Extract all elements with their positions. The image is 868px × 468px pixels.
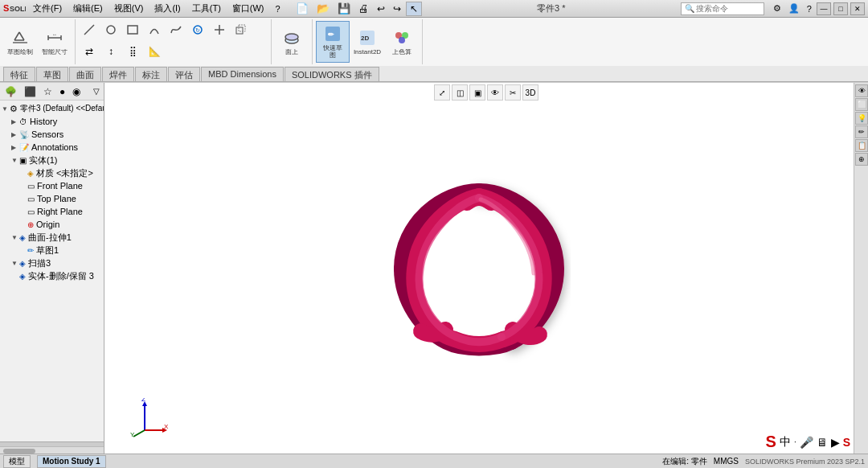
menu-edit[interactable]: 编辑(E) [69, 2, 107, 15]
rect-btn[interactable] [122, 19, 143, 40]
display-style-btn[interactable]: ▣ [469, 84, 485, 101]
trim-btn[interactable] [209, 19, 230, 40]
new-icon[interactable]: 📄 [293, 1, 312, 16]
play-icon[interactable]: ▶ [831, 436, 840, 449]
hide-show-btn[interactable]: 👁 [487, 84, 503, 101]
circle-btn[interactable] [100, 19, 121, 40]
open-icon[interactable]: 📂 [313, 1, 333, 16]
tree-item-solids[interactable]: ▼ ▣ 实体(1) [0, 154, 104, 166]
close-button[interactable]: ✕ [850, 2, 865, 15]
tree-item-delete-body[interactable]: ▶ ◈ 实体-删除/保留 3 [0, 269, 104, 282]
menu-tools[interactable]: 工具(T) [188, 2, 225, 15]
tree-item-root[interactable]: ▼ ⚙ 零件3 (Default) <<Default>_[ [0, 102, 104, 115]
tab-features[interactable]: 特征 [3, 67, 35, 81]
view-orient-rt-btn[interactable]: 👁 [855, 84, 868, 97]
settings-rt-btn[interactable]: ⊕ [855, 153, 868, 166]
filter-icon[interactable]: ▽ [91, 86, 102, 96]
tab-markup[interactable]: 标注 [135, 67, 167, 81]
redo-icon[interactable]: ↪ [390, 2, 404, 16]
svg-text:2D: 2D [361, 35, 369, 42]
print-icon[interactable]: 🖨 [355, 1, 372, 16]
sketch-btn[interactable]: 草图绘制 [3, 21, 37, 63]
tree-item-front-plane[interactable]: ▶ ▭ Front Plane [0, 179, 104, 192]
user-icon[interactable]: 👤 [786, 2, 802, 14]
tree-item-surface-extrude[interactable]: ▼ ◈ 曲面-拉伸1 [0, 231, 104, 244]
svg-text:Y: Y [130, 431, 135, 438]
save-icon[interactable]: 💾 [334, 1, 354, 16]
display-manager-icon[interactable]: ◉ [69, 84, 84, 99]
motion-study-tab[interactable]: Motion Study 1 [37, 455, 106, 468]
menu-window[interactable]: 窗口(W) [228, 2, 268, 15]
screen-icon[interactable]: 🖥 [817, 436, 828, 449]
svg-rect-12 [128, 26, 137, 34]
scenes-rt-btn[interactable]: 📋 [855, 139, 868, 152]
convert-entities-btn[interactable]: ↻ [187, 19, 208, 40]
help-icon[interactable]: ? [805, 3, 814, 14]
chinese-icon[interactable]: 中 [780, 435, 791, 450]
surface-extrude-arrow: ▼ [11, 234, 18, 241]
select-icon[interactable]: ↖ [406, 2, 422, 16]
color-label: 上色算 [392, 49, 411, 56]
move-btn[interactable]: ↕ [100, 41, 121, 62]
dimension-btn[interactable]: 📐 [144, 41, 165, 62]
search-input[interactable] [696, 4, 760, 13]
tab-weld[interactable]: 焊件 [102, 67, 134, 81]
toolbar-section-draw: 草图绘制 ↔ 智能尺寸 [3, 19, 76, 64]
spline-btn[interactable] [166, 19, 186, 40]
history-arrow: ▶ [11, 118, 18, 125]
edit-rt-btn[interactable]: ✏ [855, 125, 868, 138]
menu-file[interactable]: 文件(F) [29, 2, 66, 15]
tab-mbd[interactable]: MBD Dimensions [201, 67, 284, 81]
minimize-button[interactable]: — [817, 2, 831, 15]
toolbar-area: 草图绘制 ↔ 智能尺寸 [0, 18, 868, 83]
line-btn[interactable] [79, 19, 100, 40]
svg-line-4 [19, 32, 24, 40]
front-plane-label: Front Plane [37, 181, 83, 191]
tab-sketch[interactable]: 草图 [36, 67, 68, 81]
main-area: 🌳 ⬛ ☆ ● ◉ ▽ ▼ ⚙ 零件3 (Default) <<Default>… [0, 83, 868, 454]
tree-item-sensors[interactable]: ▶ 📡 Sensors [0, 128, 104, 141]
dot-separator: · [794, 437, 796, 446]
tab-evaluate[interactable]: 评估 [168, 67, 200, 81]
face-up-btn[interactable]: 面上 [275, 21, 309, 63]
menu-insert[interactable]: 插入(I) [150, 2, 184, 15]
tab-solidworks-plugins[interactable]: SOLIDWORKS 插件 [285, 67, 379, 81]
section-view-btn[interactable]: ✂ [505, 84, 521, 101]
tree-item-material[interactable]: ▶ ◈ 材质 <未指定> [0, 166, 104, 179]
zoom-fit-btn[interactable]: ⤢ [434, 84, 450, 101]
tree-item-annotations[interactable]: ▶ 📝 Annotations [0, 141, 104, 154]
tree-item-top-plane[interactable]: ▶ ▭ Top Plane [0, 192, 104, 205]
tree-item-origin[interactable]: ▶ ⊕ Origin [0, 218, 104, 231]
smart-dim-btn[interactable]: ↔ 智能尺寸 [38, 21, 72, 63]
model-tab[interactable]: 模型 [3, 455, 31, 468]
maximize-button[interactable]: □ [833, 2, 848, 15]
s-icon-2[interactable]: S [843, 436, 850, 449]
undo-icon[interactable]: ↩ [374, 2, 388, 16]
config-manager-icon[interactable]: ☆ [40, 84, 55, 99]
color-btn[interactable]: 上色算 [385, 21, 419, 63]
view-3d-btn[interactable]: 3D [522, 84, 538, 101]
tree-item-sketch1[interactable]: ▶ ✏ 草图1 [0, 244, 104, 257]
tab-surface[interactable]: 曲面 [69, 67, 101, 81]
tree-item-history[interactable]: ▶ ⏱ History [0, 115, 104, 128]
dxf-icon[interactable]: ● [56, 84, 68, 99]
menu-help[interactable]: ? [272, 3, 285, 14]
mirror-btn[interactable]: ⇄ [79, 41, 100, 62]
quick-sketch-label: 快速草图 [323, 45, 342, 60]
feature-tree-icon[interactable]: 🌳 [2, 84, 20, 99]
solids-icon: ▣ [19, 156, 27, 165]
tree-item-right-plane[interactable]: ▶ ▭ Right Plane [0, 205, 104, 218]
hide-rt-btn[interactable]: 💡 [855, 112, 868, 125]
mic-icon[interactable]: 🎤 [800, 436, 813, 449]
settings-icon[interactable]: ⚙ [771, 2, 784, 14]
instant2d-btn[interactable]: 2D Instant2D [350, 21, 384, 63]
view-orient-btn[interactable]: ◫ [452, 84, 468, 101]
pattern-btn[interactable]: ⣿ [122, 41, 143, 62]
quick-sketch-btn[interactable]: ✏ 快速草图 [316, 21, 350, 63]
offset-btn[interactable] [231, 19, 252, 40]
property-manager-icon[interactable]: ⬛ [21, 84, 39, 99]
display-rt-btn[interactable]: ⬜ [855, 98, 868, 111]
menu-view[interactable]: 视图(V) [110, 2, 148, 15]
arc-btn[interactable] [144, 19, 165, 40]
tree-item-sweep3[interactable]: ▼ ◈ 扫描3 [0, 257, 104, 269]
